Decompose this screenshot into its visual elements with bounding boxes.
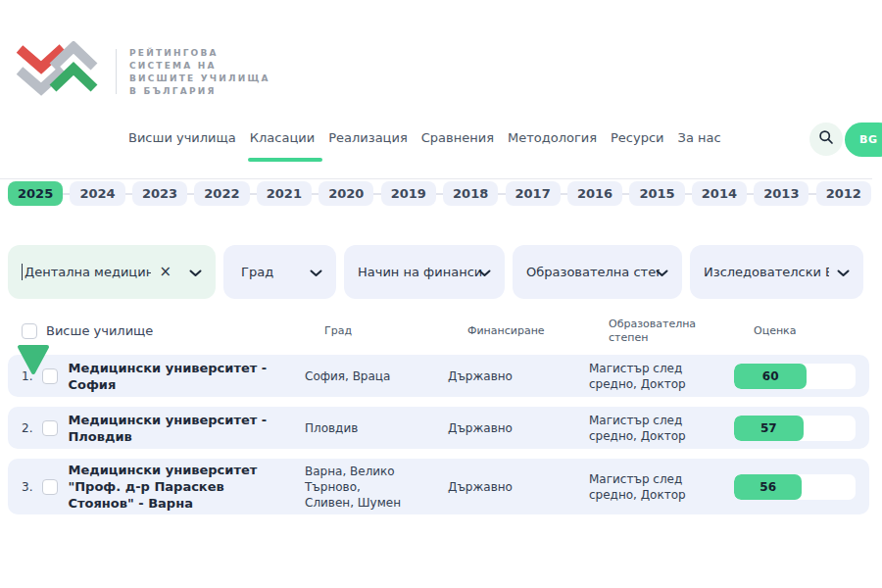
row-degree: Магистър след средно, Доктор [578,361,723,392]
logo-title-line: РЕЙТИНГОВА [129,48,270,58]
language-button[interactable]: BG [845,122,882,157]
table-row[interactable]: 3. Медицински университет "Проф. д-р Пар… [8,459,869,514]
row-city: София, Враца [294,368,437,384]
chevron-down-icon [310,263,322,281]
select-all-checkbox[interactable] [22,323,37,339]
score-value: 57 [734,416,804,441]
filter-funding-label: Начин на финансиране [358,265,482,279]
filter-program-value: Дентална медицина [24,265,151,279]
filter-degree-select[interactable]: Образователна степен [513,245,682,299]
logo-title-line: В БЪЛГАРИЯ [129,86,270,96]
score-bar: 56 [734,474,856,500]
nav-item-methodology[interactable]: Методология [508,130,597,149]
row-city: Варна, Велико Търново, Сливен, Шумен [294,464,437,511]
filter-funding-select[interactable]: Начин на финансиране [344,245,505,299]
year-pill-2021[interactable]: 2021 [257,181,312,206]
main-nav: Висши училища Класации Реализация Сравне… [128,130,721,149]
filters-bar: Дентална медицина × Град Начин на финанс… [8,245,863,299]
nav-item-about[interactable]: За нас [678,130,721,149]
row-rank: 3. [22,480,32,494]
year-pill-2025[interactable]: 2025 [8,181,63,206]
row-score-cell: 60 [723,364,869,389]
university-name[interactable]: Медицински университет - София [68,360,294,393]
row-funding: Държавно [437,368,578,384]
row-funding: Държавно [437,479,578,495]
university-name[interactable]: Медицински университет "Проф. д-р Параск… [68,462,294,512]
year-pill-2022[interactable]: 2022 [194,181,249,206]
year-pill-2024[interactable]: 2024 [70,181,124,206]
row-checkbox[interactable] [42,420,58,436]
logo-title-line: ВИСШИТЕ УЧИЛИЩА [129,74,270,83]
score-value: 56 [734,474,802,500]
year-pill-2014[interactable]: 2014 [692,181,747,206]
row-score-cell: 57 [723,416,869,441]
row-score-cell: 56 [723,474,869,500]
search-button[interactable] [809,122,843,156]
chevron-down-icon [656,263,668,281]
filter-research-label: Изследователски ВУ [704,265,829,279]
row-checkbox[interactable] [42,479,58,495]
logo-title: РЕЙТИНГОВА СИСТЕМА НА ВИСШИТЕ УЧИЛИЩА В … [129,48,270,96]
row-rank: 2. [22,421,32,435]
nav-item-realization[interactable]: Реализация [328,130,408,149]
score-bar: 60 [734,364,856,389]
table-row[interactable]: 2. Медицински университет - Пловдив Плов… [8,407,869,449]
site-logo[interactable]: РЕЙТИНГОВА СИСТЕМА НА ВИСШИТЕ УЧИЛИЩА В … [12,41,270,102]
nav-item-resources[interactable]: Ресурси [611,130,664,149]
filter-program-select[interactable]: Дентална медицина × [8,245,216,299]
year-pill-2015[interactable]: 2015 [629,181,684,206]
header-school: Висше училище [8,323,294,339]
filter-city-label: Град [237,265,302,279]
year-pill-2018[interactable]: 2018 [443,181,498,206]
page: РЕЙТИНГОВА СИСТЕМА НА ВИСШИТЕ УЧИЛИЩА В … [0,0,882,588]
row-funding: Държавно [437,420,578,436]
header-degree: Образователна степен [578,318,723,345]
search-icon [818,129,834,149]
header-city: Град [294,324,437,338]
year-pill-2020[interactable]: 2020 [318,181,373,206]
row-degree: Магистър след средно, Доктор [578,471,723,503]
rankings-table: Висше училище Град Финансиране Образоват… [8,312,869,524]
logo-mark-icon [12,41,102,102]
table-header-row: Висше училище Град Финансиране Образоват… [8,312,869,351]
clear-icon[interactable]: × [159,265,172,279]
header-score: Оценка [723,324,869,338]
nav-item-rankings[interactable]: Класации [250,130,315,149]
header-funding: Финансиране [437,324,578,338]
filter-research-select[interactable]: Изследователски ВУ [690,245,863,299]
year-pill-2019[interactable]: 2019 [381,181,436,206]
logo-title-line: СИСТЕМА НА [129,61,270,71]
year-pill-2023[interactable]: 2023 [132,181,187,206]
chevron-down-icon [478,263,491,281]
row-city: Пловдив [294,420,437,436]
chevron-down-icon [837,263,850,281]
year-pill-2012[interactable]: 2012 [816,181,871,206]
year-pill-2013[interactable]: 2013 [754,181,808,206]
year-timeline: 2025 2024 2023 2022 2021 2020 2019 2018 … [8,179,871,208]
year-pill-2016[interactable]: 2016 [567,181,622,206]
score-value: 60 [734,364,807,389]
university-name[interactable]: Медицински университет - Пловдив [68,412,294,445]
table-row[interactable]: 1. Медицински университет - София София,… [8,355,869,397]
score-bar: 57 [734,416,856,441]
filter-degree-label: Образователна степен [526,265,660,279]
nav-item-universities[interactable]: Висши училища [128,130,236,149]
filter-city-select[interactable]: Град [223,245,336,299]
year-pill-2017[interactable]: 2017 [506,181,561,206]
chevron-down-icon[interactable] [189,263,202,281]
header-school-label: Висше училище [46,324,153,338]
nav-item-comparisons[interactable]: Сравнения [421,130,494,149]
logo-divider [116,49,117,94]
row-degree: Магистър след средно, Доктор [578,413,723,444]
text-caret [22,264,23,280]
cursor-pointer-icon [17,344,50,379]
